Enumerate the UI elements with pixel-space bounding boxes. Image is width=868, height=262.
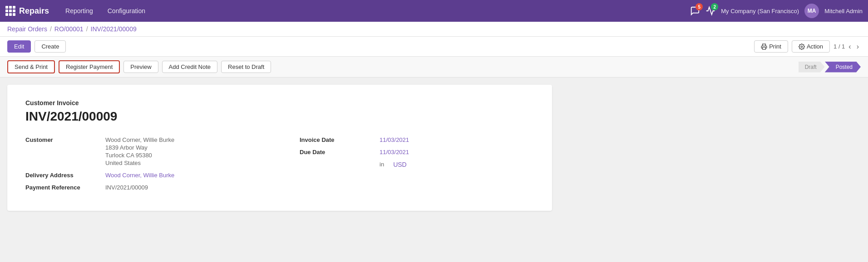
invoice-right-fields: Invoice Date 11/03/2021 Due Date 11/03/2… — [281, 136, 534, 196]
customer-label: Customer — [25, 136, 98, 143]
action-bar: Edit Create Print Action 1 / 1 ‹ › — [0, 37, 868, 57]
breadcrumb-repair-orders[interactable]: Repair Orders — [7, 25, 47, 33]
customer-address-3[interactable]: United States — [105, 160, 174, 166]
breadcrumb-sep-2: / — [86, 25, 88, 33]
navbar: Repairs Reporting Configuration 5 2 My C… — [0, 0, 868, 22]
gear-icon — [799, 44, 805, 50]
customer-field-row: Customer Wood Corner, Willie Burke 1839 … — [25, 136, 278, 166]
pagination-prev[interactable]: ‹ — [847, 43, 853, 51]
due-date-value[interactable]: 11/03/2021 — [380, 149, 409, 155]
chat-notification[interactable]: 5 — [690, 6, 700, 16]
payment-reference-value: INV/2021/00009 — [105, 184, 148, 191]
reset-to-draft-button[interactable]: Reset to Draft — [221, 61, 271, 73]
user-name: Mitchell Admin — [824, 8, 863, 15]
customer-name[interactable]: Wood Corner, Willie Burke — [105, 136, 174, 143]
preview-button[interactable]: Preview — [123, 61, 158, 73]
main-content: Customer Invoice INV/2021/00009 Customer… — [0, 78, 868, 249]
action-button[interactable]: Action — [792, 40, 830, 53]
currency-value[interactable]: USD — [393, 161, 407, 168]
payment-reference-field-row: Payment Reference INV/2021/00009 — [25, 184, 278, 191]
activity-notification[interactable]: 2 — [705, 6, 715, 16]
avatar[interactable]: MA — [804, 4, 819, 18]
customer-address-1: 1839 Arbor Way — [105, 144, 174, 151]
currency-field-row: in USD — [300, 161, 534, 168]
pagination: 1 / 1 ‹ › — [833, 43, 861, 51]
delivery-address-label: Delivery Address — [25, 172, 98, 179]
create-button[interactable]: Create — [35, 40, 66, 53]
edit-button[interactable]: Edit — [7, 40, 31, 53]
invoice-left-fields: Customer Wood Corner, Willie Burke 1839 … — [25, 136, 278, 196]
breadcrumb-current: INV/2021/00009 — [91, 25, 137, 33]
svg-rect-0 — [763, 47, 766, 49]
delivery-address-value[interactable]: Wood Corner, Willie Burke — [105, 172, 174, 179]
breadcrumb-sep-1: / — [50, 25, 52, 33]
svg-point-1 — [801, 46, 803, 48]
add-credit-note-button[interactable]: Add Credit Note — [162, 61, 218, 73]
invoice-date-value[interactable]: 11/03/2021 — [380, 136, 409, 143]
pagination-display: 1 / 1 — [833, 43, 845, 50]
navbar-right: 5 2 My Company (San Francisco) MA Mitche… — [690, 4, 863, 18]
invoice-card: Customer Invoice INV/2021/00009 Customer… — [7, 85, 552, 211]
nav-reporting[interactable]: Reporting — [60, 0, 99, 22]
customer-address-2: Turlock CA 95380 — [105, 152, 174, 159]
pagination-next[interactable]: › — [855, 43, 861, 51]
send-print-button[interactable]: Send & Print — [7, 60, 55, 73]
invoice-type-label: Customer Invoice — [25, 99, 534, 107]
nav-configuration[interactable]: Configuration — [102, 0, 151, 22]
invoice-date-label: Invoice Date — [300, 136, 372, 143]
status-posted: Posted — [825, 62, 861, 73]
print-icon — [761, 44, 767, 50]
due-date-field-row: Due Date 11/03/2021 — [300, 149, 534, 155]
print-button[interactable]: Print — [754, 40, 788, 53]
due-date-label: Due Date — [300, 149, 372, 155]
app-name: Repairs — [19, 6, 49, 16]
status-draft: Draft — [799, 62, 825, 73]
status-bar: Draft Posted — [799, 62, 861, 73]
app-grid-icon — [5, 6, 15, 16]
payment-reference-label: Payment Reference — [25, 184, 98, 191]
invoice-number: INV/2021/00009 — [25, 109, 534, 124]
breadcrumb-ro[interactable]: RO/00001 — [54, 25, 84, 33]
chat-badge: 5 — [695, 3, 703, 10]
workflow-bar: Send & Print Register Payment Preview Ad… — [0, 57, 868, 78]
breadcrumb: Repair Orders / RO/00001 / INV/2021/0000… — [0, 22, 868, 37]
activity-badge: 2 — [711, 3, 718, 10]
invoice-date-field-row: Invoice Date 11/03/2021 — [300, 136, 534, 143]
customer-value: Wood Corner, Willie Burke 1839 Arbor Way… — [105, 136, 174, 166]
delivery-address-field-row: Delivery Address Wood Corner, Willie Bur… — [25, 172, 278, 179]
company-name: My Company (San Francisco) — [721, 8, 799, 15]
in-label: in — [380, 161, 384, 168]
app-brand[interactable]: Repairs — [5, 6, 49, 16]
register-payment-button[interactable]: Register Payment — [59, 60, 120, 73]
